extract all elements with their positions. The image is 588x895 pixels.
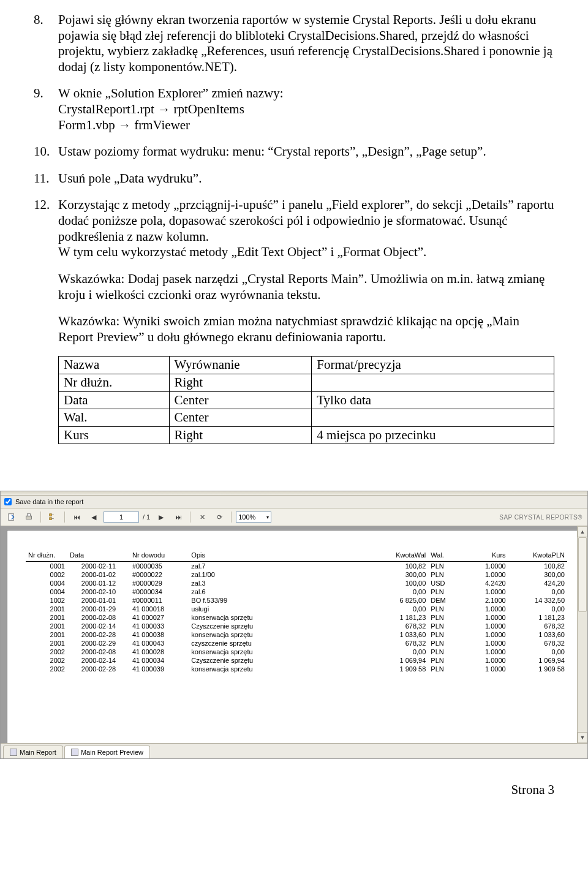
tip-1: Wskazówka: Dodaj pasek narzędzi „Crystal… — [58, 271, 554, 303]
save-data-label: Save data in the report — [15, 496, 83, 508]
export-icon[interactable] — [4, 510, 19, 524]
table-cell: 1 033,60 — [369, 630, 428, 639]
zoom-select[interactable]: 100% ▾ — [236, 512, 271, 523]
svg-rect-1 — [26, 516, 32, 519]
item-number: 10. — [34, 144, 50, 160]
table-cell: #0000035 — [130, 562, 189, 571]
tab-icon — [71, 749, 78, 756]
toolbar-separator — [40, 512, 41, 523]
table-cell: PLN — [428, 630, 463, 639]
tab-label: Main Report Preview — [81, 749, 143, 756]
table-cell: konserwacja sprzetu — [189, 665, 369, 673]
save-data-bar: Save data in the report — [1, 496, 587, 508]
col-header: Data — [67, 550, 130, 560]
table-cell: 2000-02-14 — [67, 656, 130, 665]
table-cell: 678,32 — [369, 639, 428, 648]
print-icon[interactable] — [21, 510, 36, 524]
crystal-reports-window: Save data in the report ⏮ ◀ / 1 ▶ ⏭ ✕ ⟳ … — [0, 491, 588, 759]
table-cell: 0,00 — [508, 605, 567, 613]
table-cell: 2001 — [26, 630, 67, 639]
table-cell: 6 825,00 — [369, 596, 428, 605]
table-cell: 1 909 58 — [508, 665, 567, 673]
svg-rect-2 — [27, 514, 30, 516]
page-number-input[interactable] — [104, 512, 139, 523]
list-item-9: 9. W oknie „Solution Explorer” zmień naz… — [34, 86, 554, 133]
table-cell: 2000-02-14 — [67, 622, 130, 630]
scroll-down-icon[interactable]: ▼ — [578, 732, 587, 743]
save-data-checkbox[interactable] — [4, 498, 12, 505]
report-viewer: Nr dłużn. Data Nr dowodu Opis KwotaWal W… — [1, 526, 587, 743]
table-cell: 1.0000 — [463, 648, 508, 656]
design-cell: Right — [169, 426, 312, 444]
item-number: 11. — [34, 171, 49, 187]
scroll-up-icon[interactable]: ▲ — [578, 526, 587, 537]
table-cell: 1.0000 — [463, 587, 508, 596]
tab-main-report[interactable]: Main Report — [3, 746, 63, 758]
design-cell — [312, 409, 554, 427]
zoom-value: 100% — [238, 513, 255, 521]
report-page: Nr dłużn. Data Nr dowodu Opis KwotaWal W… — [7, 530, 581, 743]
table-row: 20022000-02-1441 000034Czyszczenie sprzę… — [26, 656, 567, 665]
design-header: Wyrównanie — [169, 357, 312, 374]
table-cell: 100,00 — [369, 579, 428, 587]
table-cell: 1.0000 — [463, 570, 508, 579]
table-cell: 1.0000 — [463, 630, 508, 639]
col-header: KwotaWal — [369, 550, 428, 560]
tree-icon[interactable] — [45, 510, 60, 524]
design-cell: Nr dłużn. — [59, 374, 170, 391]
report-table: Nr dłużn. Data Nr dowodu Opis KwotaWal W… — [26, 550, 567, 673]
table-cell: 41 000027 — [130, 613, 189, 622]
table-cell: 2001 — [26, 622, 67, 630]
design-cell: Data — [59, 391, 170, 409]
list-item-8: 8. Pojawi się główny ekran tworzenia rap… — [34, 12, 554, 75]
table-cell: 2000-01-01 — [67, 596, 130, 605]
nav-next-icon[interactable]: ▶ — [154, 510, 168, 524]
nav-prev-icon[interactable]: ◀ — [86, 510, 101, 524]
item-number: 8. — [34, 12, 43, 28]
svg-rect-0 — [9, 514, 14, 521]
table-row: 00042000-01-12#0000029zal.3100,00USD4.24… — [26, 579, 567, 587]
list-item-10: 10. Ustaw poziomy format wydruku: menu: … — [34, 144, 554, 160]
table-cell: 0002 — [26, 570, 67, 579]
toolbar-separator — [64, 512, 65, 523]
table-row: 20022000-02-2841 000039konserwacja sprze… — [26, 665, 567, 673]
table-cell: 300,00 — [369, 570, 428, 579]
chevron-down-icon: ▾ — [266, 515, 269, 520]
design-cell: Tylko data — [312, 391, 554, 409]
refresh-icon[interactable]: ⟳ — [212, 510, 227, 524]
table-row: 20022000-02-0841 000028konserwacja sprzę… — [26, 648, 567, 656]
tip-2: Wkazówka: Wyniki swoich zmian można naty… — [58, 314, 554, 345]
table-cell: PLN — [428, 648, 463, 656]
table-cell: 0004 — [26, 579, 67, 587]
list-item-12: 12. Korzystając z metody „przciągnij-i-u… — [34, 197, 554, 260]
tab-main-report-preview[interactable]: Main Report Preview — [64, 746, 150, 758]
table-cell: USD — [428, 579, 463, 587]
stop-icon[interactable]: ✕ — [195, 510, 209, 524]
nav-last-icon[interactable]: ⏭ — [171, 510, 186, 524]
design-cell: Right — [169, 374, 312, 391]
table-row: 20012000-02-2841 000038konserwacja sprzę… — [26, 630, 567, 639]
table-cell: 41 000018 — [130, 605, 189, 613]
table-cell: 2000-01-02 — [67, 570, 130, 579]
table-cell: konserwacja sprzętu — [189, 630, 369, 639]
table-cell: 2002 — [26, 656, 67, 665]
table-cell: 100,82 — [508, 562, 567, 571]
table-cell: 1002 — [26, 596, 67, 605]
table-cell: 678,32 — [508, 639, 567, 648]
table-cell: 2000-02-08 — [67, 613, 130, 622]
table-cell: 2000-02-11 — [67, 562, 130, 571]
table-cell: 1.0000 — [463, 613, 508, 622]
table-cell: 2001 — [26, 605, 67, 613]
table-row: 00042000-02-10#0000034zal.60,00PLN1.0000… — [26, 587, 567, 596]
table-cell: zal.3 — [189, 579, 369, 587]
table-cell: PLN — [428, 570, 463, 579]
table-cell: zal.6 — [189, 587, 369, 596]
table-row: 20012000-02-0841 000027konserwacja sprzę… — [26, 613, 567, 622]
table-cell: 1.0000 — [463, 562, 508, 571]
table-cell: 41 000043 — [130, 639, 189, 648]
table-cell: 0,00 — [508, 587, 567, 596]
nav-first-icon[interactable]: ⏮ — [69, 510, 84, 524]
vertical-scrollbar[interactable]: ▲ ▼ — [577, 526, 587, 743]
scroll-thumb[interactable] — [578, 537, 587, 612]
design-header: Format/precyzja — [312, 357, 554, 374]
